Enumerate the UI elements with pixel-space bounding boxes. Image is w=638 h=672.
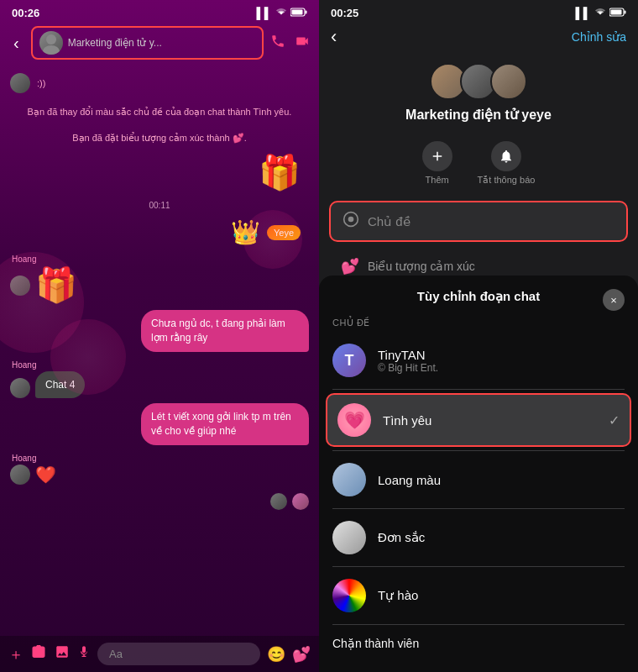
divider-3 bbox=[332, 508, 625, 509]
theme-item-donsac[interactable]: Đơn sắc bbox=[319, 512, 638, 563]
chan-row[interactable]: Chặn thành viên bbox=[319, 628, 638, 659]
svg-point-3 bbox=[46, 34, 56, 45]
right-panel: 00:25 ▌▌ ‹ Chỉnh sửa bbox=[319, 0, 638, 672]
nav-title-box[interactable]: Marketing điện tử y... bbox=[31, 26, 264, 60]
modal-section-label: CHỦ ĐỀ bbox=[319, 314, 638, 335]
video-icon[interactable] bbox=[294, 34, 311, 52]
tinytan-sub: © Big Hit Ent. bbox=[378, 362, 438, 374]
divider-4 bbox=[332, 566, 625, 567]
back-button-left[interactable]: ‹ bbox=[8, 32, 24, 55]
action-them-btn[interactable]: Thêm bbox=[422, 141, 452, 186]
donsac-icon bbox=[332, 521, 366, 554]
loangmau-name: Loang màu bbox=[378, 473, 625, 487]
group-avatar-3 bbox=[490, 63, 527, 100]
status-bar-left: 00:26 ▌▌ bbox=[0, 0, 319, 23]
theme-item-tinytan[interactable]: T TinyTAN © Big Hit Ent. bbox=[319, 335, 638, 386]
action-buttons: Thêm Tắt thông báo bbox=[319, 134, 638, 197]
group-avatars bbox=[430, 63, 527, 100]
sender-label-3: Hoang bbox=[10, 454, 309, 463]
user-avatar bbox=[10, 73, 30, 93]
chan-label: Chặn thành viên bbox=[332, 637, 419, 650]
signal-icon: ▌▌ bbox=[257, 7, 272, 19]
check-icon: ✓ bbox=[609, 412, 620, 428]
emoji-icon[interactable]: 😊 bbox=[267, 645, 285, 664]
message-input[interactable]: Aa bbox=[97, 643, 260, 665]
status-icons: ▌▌ bbox=[257, 7, 307, 19]
bubble-right-2: Lét t viết xong gởi link tp m trên về ch… bbox=[141, 403, 309, 445]
mic-icon[interactable] bbox=[77, 643, 91, 664]
input-bar: ＋ Aa 😊 💕 bbox=[0, 636, 319, 672]
top-nav-right: ‹ Chỉnh sửa bbox=[319, 23, 638, 55]
svg-rect-6 bbox=[611, 10, 622, 15]
right-signal-icon: ▌▌ bbox=[576, 7, 591, 19]
modal-title-row: Tùy chỉnh đoạn chat × bbox=[319, 289, 638, 314]
top-nav-left: ‹ Marketing điện tử y... bbox=[0, 23, 319, 66]
notify-icon bbox=[491, 141, 521, 171]
nav-actions bbox=[270, 34, 311, 52]
theme-item-tuhao[interactable]: Tự hào bbox=[319, 570, 638, 621]
phone-icon[interactable] bbox=[270, 34, 285, 52]
avatar-bottom-2 bbox=[292, 493, 309, 510]
divider-1 bbox=[332, 389, 625, 390]
group-info: Marketing điện tử yeye bbox=[319, 55, 638, 134]
bieu-tuong-icon: 💕 bbox=[341, 257, 359, 276]
hoang-section-3: Hoang ❤️ bbox=[10, 454, 309, 485]
bottom-stickers bbox=[10, 493, 309, 510]
tinytan-name: TinyTAN bbox=[378, 348, 438, 362]
back-button-right[interactable]: ‹ bbox=[331, 26, 337, 48]
svg-rect-2 bbox=[306, 11, 307, 14]
status-bar-right: 00:25 ▌▌ bbox=[319, 0, 638, 23]
camera-icon[interactable] bbox=[30, 644, 47, 664]
system-msg-1: Bạn đã thay đổi màu sắc chủ đề của đoạn … bbox=[10, 102, 309, 123]
image-icon[interactable] bbox=[54, 644, 71, 664]
right-time: 00:25 bbox=[331, 7, 358, 19]
sticker-gift-right: 🎁 bbox=[10, 153, 301, 192]
svg-rect-1 bbox=[292, 10, 303, 15]
hoang-avatar-2 bbox=[10, 378, 30, 398]
messages-area: :)) Bạn đã thay đổi màu sắc chủ đề của đ… bbox=[0, 66, 319, 636]
tinytan-icon: T bbox=[332, 344, 366, 377]
loangmau-icon bbox=[332, 463, 366, 496]
theme-item-loangmau[interactable]: Loang màu bbox=[319, 454, 638, 505]
left-panel: 00:26 ▌▌ ‹ bbox=[0, 0, 319, 672]
svg-point-4 bbox=[43, 45, 60, 55]
action-notify-btn[interactable]: Tắt thông báo bbox=[478, 141, 536, 186]
modal-overlay: Tùy chỉnh đoạn chat × CHỦ ĐỀ T TinyTAN ©… bbox=[319, 276, 638, 672]
plus-icon[interactable]: ＋ bbox=[8, 644, 24, 664]
tinhyeu-icon: 💗 bbox=[337, 403, 371, 437]
divider-5 bbox=[332, 624, 625, 625]
left-time: 00:26 bbox=[12, 7, 39, 19]
them-label: Thêm bbox=[426, 175, 449, 185]
tuhao-name: Tự hào bbox=[378, 588, 625, 603]
heart-send-icon[interactable]: 💕 bbox=[292, 645, 311, 664]
bieu-tuong-label: Biểu tượng cảm xúc bbox=[368, 260, 475, 273]
wifi-icon bbox=[275, 7, 287, 19]
hoang-avatar-3 bbox=[10, 465, 30, 485]
divider-2 bbox=[332, 450, 625, 451]
right-status-icons: ▌▌ bbox=[576, 7, 626, 19]
chu-de-label: Chủ đề bbox=[368, 214, 411, 229]
chu-de-icon bbox=[343, 211, 359, 232]
tinhyeu-name: Tình yêu bbox=[383, 413, 597, 428]
svg-point-9 bbox=[348, 217, 354, 223]
svg-rect-7 bbox=[625, 11, 626, 14]
modal-close-button[interactable]: × bbox=[603, 289, 625, 311]
theme-item-tinhyeu[interactable]: 💗 Tình yêu ✓ bbox=[326, 393, 631, 447]
battery-icon bbox=[290, 7, 307, 19]
avatar-bottom-1 bbox=[270, 493, 287, 510]
notify-label: Tắt thông báo bbox=[478, 175, 536, 186]
heart-decor-2 bbox=[50, 319, 126, 395]
system-msg-2: Bạn đã đặt biểu tượng cảm xúc thành 💕. bbox=[10, 128, 309, 149]
nav-title-text: Marketing điện tử y... bbox=[68, 37, 255, 49]
edit-button[interactable]: Chỉnh sửa bbox=[572, 30, 626, 44]
chu-de-row[interactable]: Chủ đề bbox=[329, 201, 628, 242]
group-name: Marketing điện tử yeye bbox=[405, 107, 552, 123]
them-icon bbox=[422, 141, 452, 171]
tuhao-icon bbox=[332, 579, 366, 612]
modal-title: Tùy chỉnh đoạn chat bbox=[417, 289, 540, 304]
bubble-right-1: Chưa ngủ dc, t đang phải làm lợm rằng râ… bbox=[141, 310, 309, 352]
nav-avatar bbox=[39, 31, 63, 55]
heart-decor-3 bbox=[243, 210, 302, 269]
right-wifi-icon bbox=[594, 7, 606, 19]
msg-row-right-2: Lét t viết xong gởi link tp m trên về ch… bbox=[10, 403, 309, 445]
